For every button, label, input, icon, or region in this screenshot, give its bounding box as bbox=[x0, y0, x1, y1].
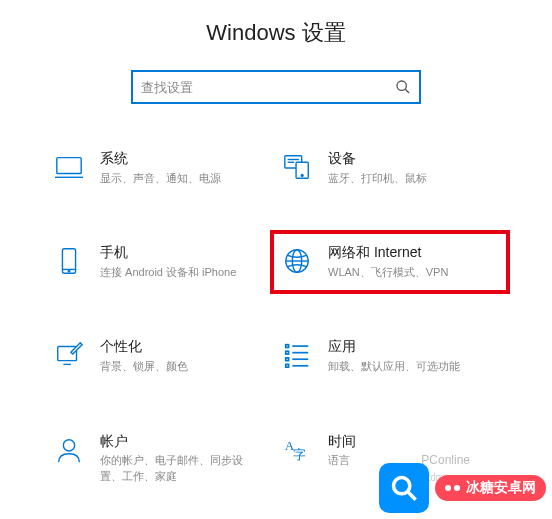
svg-point-6 bbox=[301, 175, 303, 177]
tile-title: 设备 bbox=[328, 150, 427, 167]
watermark: 冰糖安卓网 bbox=[379, 463, 546, 513]
search-box[interactable] bbox=[131, 70, 421, 104]
tile-sub: 背景、锁屏、颜色 bbox=[100, 359, 188, 374]
svg-line-29 bbox=[408, 492, 416, 500]
svg-rect-2 bbox=[57, 158, 81, 174]
tile-sub: 连接 Android 设备和 iPhone bbox=[100, 265, 236, 280]
watermark-search-icon bbox=[379, 463, 429, 513]
system-icon bbox=[52, 150, 86, 184]
tile-devices[interactable]: 设备 蓝牙、打印机、鼠标 bbox=[276, 142, 504, 194]
watermark-badge: 冰糖安卓网 bbox=[435, 475, 546, 501]
svg-rect-21 bbox=[286, 358, 289, 361]
tile-title: 手机 bbox=[100, 244, 236, 261]
svg-text:字: 字 bbox=[293, 447, 306, 462]
devices-icon bbox=[280, 150, 314, 184]
tile-sub: 语言 bbox=[328, 453, 356, 468]
tile-title: 时间 bbox=[328, 433, 356, 450]
tile-phone[interactable]: 手机 连接 Android 设备和 iPhone bbox=[48, 236, 276, 288]
accounts-icon bbox=[52, 433, 86, 467]
tile-title: 网络和 Internet bbox=[328, 244, 448, 261]
tile-sub: 蓝牙、打印机、鼠标 bbox=[328, 171, 427, 186]
globe-icon bbox=[280, 244, 314, 278]
svg-point-0 bbox=[397, 81, 406, 90]
tile-title: 帐户 bbox=[100, 433, 250, 450]
svg-line-1 bbox=[405, 89, 409, 93]
tile-sub: 你的帐户、电子邮件、同步设置、工作、家庭 bbox=[100, 453, 250, 484]
tile-title: 系统 bbox=[100, 150, 221, 167]
apps-icon bbox=[280, 338, 314, 372]
tile-network[interactable]: 网络和 Internet WLAN、飞行模式、VPN bbox=[276, 236, 504, 288]
page-title: Windows 设置 bbox=[0, 0, 552, 70]
search-input[interactable] bbox=[141, 80, 395, 95]
tile-personalization[interactable]: 个性化 背景、锁屏、颜色 bbox=[48, 330, 276, 382]
settings-tiles: 系统 显示、声音、通知、电源 设备 蓝牙、打印机、鼠标 手机 连接 Androi… bbox=[0, 142, 552, 502]
tile-sub: 卸载、默认应用、可选功能 bbox=[328, 359, 460, 374]
phone-icon bbox=[52, 244, 86, 278]
tile-title: 应用 bbox=[328, 338, 460, 355]
tile-sub: WLAN、飞行模式、VPN bbox=[328, 265, 448, 280]
svg-rect-23 bbox=[286, 365, 289, 368]
watermark-text: 冰糖安卓网 bbox=[466, 479, 536, 497]
time-language-icon: A字 bbox=[280, 433, 314, 467]
tile-title: 个性化 bbox=[100, 338, 188, 355]
svg-rect-19 bbox=[286, 352, 289, 355]
tile-system[interactable]: 系统 显示、声音、通知、电源 bbox=[48, 142, 276, 194]
tile-sub: 显示、声音、通知、电源 bbox=[100, 171, 221, 186]
svg-point-28 bbox=[394, 478, 410, 494]
svg-point-11 bbox=[68, 271, 70, 273]
search-icon[interactable] bbox=[395, 79, 411, 95]
svg-point-25 bbox=[63, 439, 74, 450]
personalization-icon bbox=[52, 338, 86, 372]
tile-accounts[interactable]: 帐户 你的帐户、电子邮件、同步设置、工作、家庭 bbox=[48, 425, 276, 493]
tile-apps[interactable]: 应用 卸载、默认应用、可选功能 bbox=[276, 330, 504, 382]
search-container bbox=[0, 70, 552, 104]
svg-rect-17 bbox=[286, 345, 289, 348]
